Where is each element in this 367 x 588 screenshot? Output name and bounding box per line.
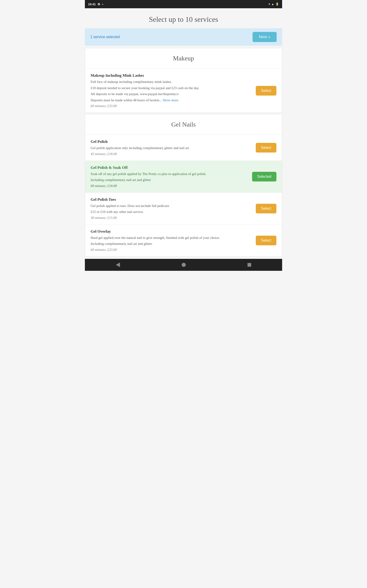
service-desc-gel-polish-soak-off: Soak off of any gel polish applied by Th…: [91, 171, 248, 177]
service-desc-gel-overlay: Hard gel applied over the natural nail t…: [91, 235, 251, 241]
service-info-makeup-mink-lashes: Makeup Including Mink LashesFull face of…: [91, 73, 256, 108]
service-duration-gel-polish-toes: 30 minutes, £15.00: [91, 216, 251, 220]
service-desc-gel-polish: Gel polish application only including co…: [91, 145, 251, 151]
service-note-gel-overlay-0: Including complimentarty nail art and gl…: [91, 241, 251, 246]
service-item-gel-overlay: Gel OverlayHard gel applied over the nat…: [85, 225, 282, 256]
battery-icon: 🔋: [275, 2, 279, 6]
category-header-0: Makeup: [85, 48, 282, 69]
service-name-gel-polish: Gel Polish: [91, 139, 251, 144]
service-info-gel-polish-soak-off: Gel Polish & Soak OffSoak off of any gel…: [91, 165, 252, 188]
select-button-gel-polish-toes[interactable]: Select: [256, 204, 276, 213]
select-button-gel-polish[interactable]: Select: [256, 143, 276, 153]
service-desc-gel-polish-toes: Gel polish applied to toes. Does not inc…: [91, 203, 251, 208]
service-info-gel-overlay: Gel OverlayHard gel applied over the nat…: [91, 229, 256, 252]
bottom-nav: [85, 259, 282, 271]
signal-icon: ▲: [271, 2, 274, 6]
back-button[interactable]: [116, 262, 120, 267]
category-section-0: MakeupMakeup Including Mink LashesFull f…: [85, 48, 282, 113]
category-header-1: Gel Nails: [85, 114, 282, 135]
categories-container: MakeupMakeup Including Mink LashesFull f…: [85, 48, 282, 257]
service-item-gel-polish-soak-off: Gel Polish & Soak OffSoak off of any gel…: [85, 161, 282, 193]
service-item-makeup-mink-lashes: Makeup Including Mink LashesFull face of…: [85, 69, 282, 112]
service-name-gel-overlay: Gel Overlay: [91, 229, 251, 234]
service-name-gel-polish-soak-off: Gel Polish & Soak Off: [91, 165, 248, 170]
select-button-gel-overlay[interactable]: Select: [256, 236, 276, 245]
status-bar-right: ▾ ▲ 🔋: [269, 2, 279, 6]
page-title: Select up to 10 services: [85, 8, 282, 28]
service-note-gel-polish-soak-off-0: Including complimentary nail art and gli…: [91, 177, 248, 183]
select-button-makeup-mink-lashes[interactable]: Select: [256, 86, 276, 95]
status-bar-left: 10:41 ⚙ ▪: [88, 2, 103, 6]
home-button[interactable]: [182, 263, 186, 267]
wifi-icon: ▾: [269, 2, 270, 6]
recents-button[interactable]: [248, 263, 251, 267]
service-info-gel-polish: Gel PolishGel polish application only in…: [91, 139, 256, 156]
battery-unknown-icon: ▪: [102, 2, 103, 6]
service-name-gel-polish-toes: Gel Polish Toes: [91, 197, 251, 202]
service-desc-makeup-mink-lashes: Full face of makeup including compliment…: [91, 79, 251, 85]
service-item-gel-polish-toes: Gel Polish ToesGel polish applied to toe…: [85, 193, 282, 225]
service-duration-gel-polish: 45 minutes, £18.00: [91, 152, 251, 156]
service-item-gel-polish: Gel PolishGel polish application only in…: [85, 135, 282, 161]
selected-button-gel-polish-soak-off[interactable]: Selected: [252, 172, 276, 182]
service-info-gel-polish-toes: Gel Polish ToesGel polish applied to toe…: [91, 197, 256, 220]
service-duration-gel-overlay: 60 minutes, £23.00: [91, 248, 251, 252]
service-duration-gel-polish-soak-off: 60 minutes, £18.00: [91, 184, 248, 188]
selection-bar: 1 service selected Next »: [85, 28, 282, 46]
selection-count: 1 service selected: [90, 35, 120, 39]
next-button[interactable]: Next »: [252, 32, 277, 42]
service-note-makeup-mink-lashes-1: All deposits to be made via paypal, www.…: [91, 91, 251, 97]
service-note-gel-polish-toes-0: £15 or £10 with any other nail service.: [91, 209, 251, 215]
service-note-makeup-mink-lashes-0: £10 deposit needed to secure your bookin…: [91, 86, 251, 91]
show-more-link-makeup-mink-lashes[interactable]: Show more: [163, 98, 178, 102]
status-bar: 10:41 ⚙ ▪ ▾ ▲ 🔋: [85, 0, 282, 8]
service-duration-makeup-mink-lashes: 60 minutes, £33.00: [91, 104, 251, 108]
service-name-makeup-mink-lashes: Makeup Including Mink Lashes: [91, 73, 251, 78]
service-note-makeup-mink-lashes-2: Deposits must be made within 48 hours of…: [91, 98, 251, 103]
time-display: 10:41: [88, 2, 96, 6]
category-section-1: Gel NailsGel PolishGel polish applicatio…: [85, 114, 282, 257]
settings-icon: ⚙: [98, 2, 100, 6]
